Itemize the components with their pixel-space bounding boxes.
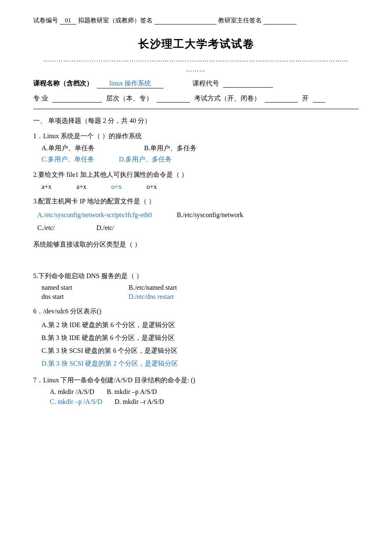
header-value1: 01 (60, 17, 76, 24)
exam-blank (313, 95, 325, 103)
question-7: 7．Linux 下用一条命令创建/A/S/D 目录结构的命令是: () (33, 374, 359, 386)
q7-option-a: A. mkdir /A/S/D (50, 388, 94, 396)
exam-header: 试卷编号 01 拟题教研室（或教师）签名 教研室主任签名 (33, 17, 359, 24)
q1-option-c: C.多用户、单任务 (41, 155, 94, 164)
q3-option-b: B./etc/sysconfig/network (177, 209, 243, 221)
question-2: 2.要给文件 file1 加上其他人可执行属性的命令是（ ） (33, 169, 359, 180)
question-5: 5.下列命令能启动 DNS 服务的是（ ） (33, 270, 359, 281)
header-value3 (263, 17, 297, 24)
dotted-separator1: …………………………………………………………………………………………………………… (33, 56, 359, 64)
q6-option-c: C.第 3 块 SCSI 硬盘的第 6 个分区，是逻辑分区 (41, 345, 359, 356)
q3-row2: C./etc/ D./etc/ (37, 222, 359, 234)
code-label: 课程代号 (192, 79, 219, 88)
q6-option-d: D.第 3 块 SCSI 硬盘的第 2 个分区，是逻辑分区 (41, 358, 359, 369)
separator-line (33, 109, 359, 109)
header-label1: 试卷编号 (33, 17, 58, 24)
q6-option-b: B.第 3 块 IDE 硬盘的第 6 个分区，是逻辑分区 (41, 332, 359, 343)
q3-row1: A./etc/sysconfig/network-scripts/ifcfg-e… (37, 209, 359, 221)
q1-option-a: A.单用户、单任务 (41, 144, 95, 153)
q7-option-d: D. mkdir –r A/S/D (114, 398, 164, 406)
exam-label: 考试方式（开、闭卷） (194, 94, 261, 103)
q1-options-cd: C.多用户、单任务 D.多用户、多任务 (41, 155, 359, 164)
header-label2: 拟题教研室（或教师）签名 (78, 17, 153, 24)
q1-option-d: D.多用户、多任务 (119, 155, 172, 164)
course-label: 课程名称（含档次） (33, 79, 93, 88)
section1-title: 一、 单项选择题（每题 2 分，共 40 分） (33, 117, 359, 125)
q4-blank-space (33, 253, 359, 265)
q3-options: A./etc/sysconfig/network-scripts/ifcfg-e… (37, 209, 359, 234)
q2-option-a: a+x (41, 183, 51, 191)
q7-option-c: C. mkdir –p /A/S/D (50, 398, 102, 406)
code-value (223, 80, 273, 88)
header-value2 (154, 17, 217, 24)
q7-option-b: B. mkdir –p A/S/D (107, 388, 157, 396)
q3-option-d: D./etc/ (96, 222, 114, 234)
q1-option-b: B.单用户、多任务 (144, 144, 197, 153)
major-value (52, 95, 102, 103)
q2-option-b: a+x (76, 183, 86, 191)
course-info-row: 课程名称（含档次） linux 操作系统 课程代号 (33, 79, 359, 88)
exam-value (265, 95, 298, 103)
q5-row2: dns start D./etc/dns restart (41, 293, 359, 301)
level-label: 层次（本、专） (106, 94, 153, 103)
question-6: 6．/dev/sdc6 分区表示() (33, 306, 359, 317)
question-3: 3.配置主机网卡 IP 地址的配置文件是（ ） (33, 196, 359, 207)
q6-options: A.第 2 块 IDE 硬盘的第 6 个分区，是逻辑分区 B.第 3 块 IDE… (41, 319, 359, 369)
q5-row1: named start B./etc/named start (41, 284, 359, 291)
question-4: 系统能够直接读取的分区类型是（ ） (33, 239, 359, 250)
q5-option-a: named start (41, 284, 124, 291)
q2-options: a+x a+x o+x o+x (41, 183, 359, 191)
q1-options: A.单用户、单任务 B.单用户、多任务 (41, 144, 359, 153)
q2-option-d: o+x (146, 183, 157, 191)
q2-option-c: o+x (111, 183, 122, 191)
q5-options: named start B./etc/named start dns start… (41, 284, 359, 301)
q5-option-c: dns start (41, 293, 124, 301)
q5-option-b: B./etc/named start (129, 284, 177, 291)
exam-title: 长沙理工大学考试试卷 (33, 37, 359, 51)
major-info-row: 专 业 层次（本、专） 考试方式（开、闭卷） 开 (33, 94, 359, 103)
course-value: linux 操作系统 (97, 79, 163, 88)
exam-result: 开 (302, 94, 309, 103)
q3-option-a: A./etc/sysconfig/network-scripts/ifcfg-e… (37, 209, 152, 221)
q5-option-d: D./etc/dns restart (129, 293, 174, 301)
q7-options-row2: C. mkdir –p /A/S/D D. mkdir –r A/S/D (50, 398, 359, 406)
header-label3: 教研室主任签名 (218, 17, 262, 24)
dotted-separator2: ……… (33, 66, 359, 74)
q6-option-a: A.第 2 块 IDE 硬盘的第 6 个分区，是逻辑分区 (41, 319, 359, 330)
question-1: 1．Linux 系统是一个（ ）的操作系统 (33, 130, 359, 142)
level-value (157, 95, 190, 103)
q3-option-c: C./etc/ (37, 222, 55, 234)
q7-options-row1: A. mkdir /A/S/D B. mkdir –p A/S/D (50, 388, 359, 396)
major-label: 专 业 (33, 94, 48, 103)
